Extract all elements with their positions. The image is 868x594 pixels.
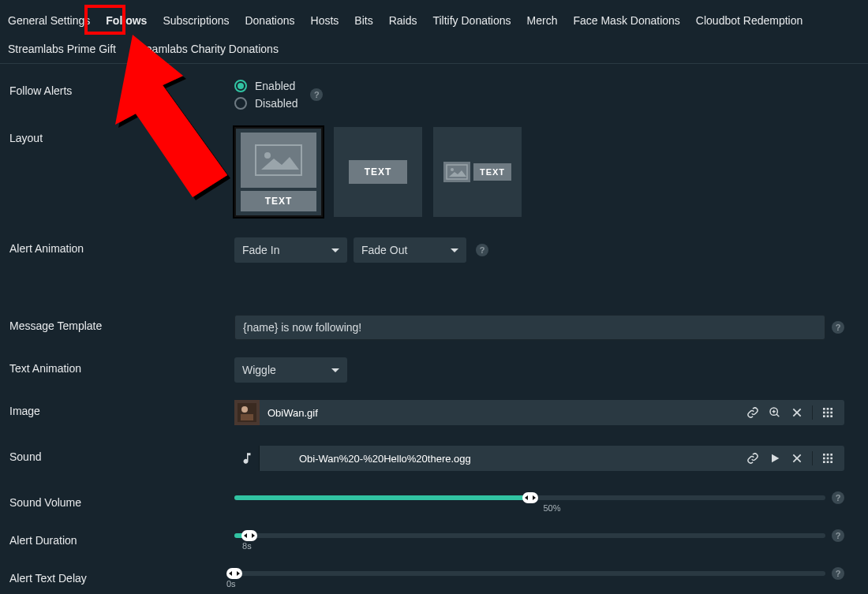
layout-text-chip: TEXT: [349, 160, 408, 184]
slider-value-label: 0s: [226, 579, 236, 588]
help-icon[interactable]: ?: [832, 491, 844, 504]
svg-rect-22: [823, 415, 825, 417]
tab-merch[interactable]: Merch: [519, 6, 566, 35]
radio-label: Enabled: [255, 80, 295, 92]
svg-marker-3: [261, 157, 299, 170]
grid-icon[interactable]: [821, 451, 835, 465]
svg-marker-6: [449, 170, 466, 177]
svg-rect-21: [830, 412, 832, 414]
input-value: {name} is now following!: [243, 321, 361, 334]
zoom-icon[interactable]: [768, 405, 782, 420]
help-icon[interactable]: ?: [476, 244, 488, 256]
label-sound: Sound: [0, 446, 234, 463]
close-icon[interactable]: [790, 405, 804, 420]
tab-general-settings[interactable]: General Settings: [0, 6, 98, 35]
svg-rect-9: [241, 414, 253, 420]
svg-rect-33: [830, 458, 832, 460]
link-icon[interactable]: [746, 405, 760, 420]
radio-label: Disabled: [255, 97, 297, 110]
help-icon[interactable]: ?: [832, 321, 844, 334]
slider-handle[interactable]: [241, 530, 257, 541]
tab-tiltify-donations[interactable]: Tiltify Donations: [425, 6, 518, 35]
tab-hosts[interactable]: Hosts: [303, 6, 347, 35]
layout-options: TEXT TEXT TEXT: [234, 127, 522, 217]
message-template-input[interactable]: {name} is now following!: [234, 315, 825, 340]
svg-point-5: [451, 168, 454, 171]
slider-value-label: 50%: [544, 503, 561, 513]
label-layout: Layout: [0, 127, 234, 144]
image-filename: ObiWan.gif: [268, 407, 738, 419]
svg-rect-1: [256, 145, 301, 175]
help-icon[interactable]: ?: [832, 529, 844, 542]
help-icon[interactable]: ?: [310, 88, 323, 101]
slider-handle[interactable]: [522, 492, 538, 503]
settings-form: Follow Alerts Enabled Disabled ? Layout: [0, 64, 868, 594]
alert-animation-out-select[interactable]: Fade Out: [354, 237, 466, 263]
layout-option-image-above-text[interactable]: TEXT: [234, 127, 323, 217]
select-value: Wiggle: [242, 364, 276, 376]
svg-rect-24: [830, 415, 832, 417]
tab-streamlabs-prime-gift[interactable]: Streamlabs Prime Gift: [0, 35, 124, 63]
divider: [812, 405, 813, 420]
settings-tabs: General SettingsFollowsSubscriptionsDona…: [0, 0, 868, 64]
follow-alerts-radio-group: Enabled Disabled: [234, 80, 297, 110]
tab-subscriptions[interactable]: Subscriptions: [155, 6, 237, 35]
tab-follows[interactable]: Follows: [98, 6, 155, 35]
label-message-template: Message Template: [0, 315, 234, 332]
svg-point-8: [241, 406, 248, 413]
layout-option-image-text-side[interactable]: TEXT: [433, 127, 522, 217]
alert-animation-in-select[interactable]: Fade In: [234, 237, 347, 263]
follow-alerts-enabled-radio[interactable]: Enabled: [234, 80, 297, 92]
tab-raids[interactable]: Raids: [381, 6, 425, 35]
chevron-down-icon: [451, 248, 458, 252]
play-icon[interactable]: [768, 451, 782, 465]
music-note-icon: [234, 446, 260, 471]
slider-handle[interactable]: [226, 568, 242, 579]
layout-option-text-only[interactable]: TEXT: [334, 127, 422, 217]
svg-rect-16: [823, 408, 825, 410]
svg-rect-28: [823, 454, 825, 456]
label-image: Image: [0, 400, 234, 417]
radio-icon: [234, 80, 247, 92]
help-icon[interactable]: ?: [832, 567, 844, 580]
image-file-row: ObiWan.gif: [234, 400, 844, 425]
svg-rect-19: [823, 412, 825, 414]
label-alert-animation: Alert Animation: [0, 237, 234, 255]
svg-rect-23: [827, 415, 829, 417]
sound-filename: Obi-Wan%20-%20Hello%20there.ogg: [268, 453, 738, 465]
tab-streamlabs-charity-donations[interactable]: Streamlabs Charity Donations: [124, 35, 286, 63]
svg-rect-34: [823, 461, 825, 463]
svg-rect-20: [827, 412, 829, 414]
layout-text-chip: TEXT: [473, 163, 511, 181]
svg-rect-17: [827, 408, 829, 410]
text-animation-select[interactable]: Wiggle: [234, 357, 347, 383]
svg-rect-30: [830, 454, 832, 456]
label-text-animation: Text Animation: [0, 357, 234, 375]
label-alert-text-delay: Alert Text Delay: [0, 567, 234, 585]
svg-line-11: [776, 414, 779, 417]
svg-rect-18: [830, 408, 832, 410]
tab-cloudbot-redemption[interactable]: Cloudbot Redemption: [688, 6, 810, 35]
grid-icon[interactable]: [821, 405, 835, 420]
layout-text-chip: TEXT: [241, 191, 316, 211]
sound-volume-slider[interactable]: 50%: [234, 495, 825, 500]
chevron-down-icon: [331, 368, 339, 372]
alert-text-delay-slider[interactable]: 0s: [234, 571, 825, 576]
divider: [812, 451, 813, 465]
chevron-down-icon: [331, 248, 339, 252]
tab-donations[interactable]: Donations: [237, 6, 302, 35]
svg-rect-4: [447, 165, 467, 179]
label-alert-duration: Alert Duration: [0, 529, 234, 547]
follow-alerts-disabled-radio[interactable]: Disabled: [234, 97, 297, 110]
tab-face-mask-donations[interactable]: Face Mask Donations: [565, 6, 687, 35]
radio-icon: [234, 97, 247, 110]
alert-duration-slider[interactable]: 8s: [234, 533, 825, 538]
svg-rect-32: [827, 458, 829, 460]
tab-bits[interactable]: Bits: [346, 6, 380, 35]
close-icon[interactable]: [790, 451, 804, 465]
svg-point-2: [264, 152, 271, 159]
image-thumbnail: [234, 400, 260, 425]
link-icon[interactable]: [746, 451, 760, 465]
svg-rect-36: [830, 461, 832, 463]
select-value: Fade Out: [361, 244, 407, 256]
